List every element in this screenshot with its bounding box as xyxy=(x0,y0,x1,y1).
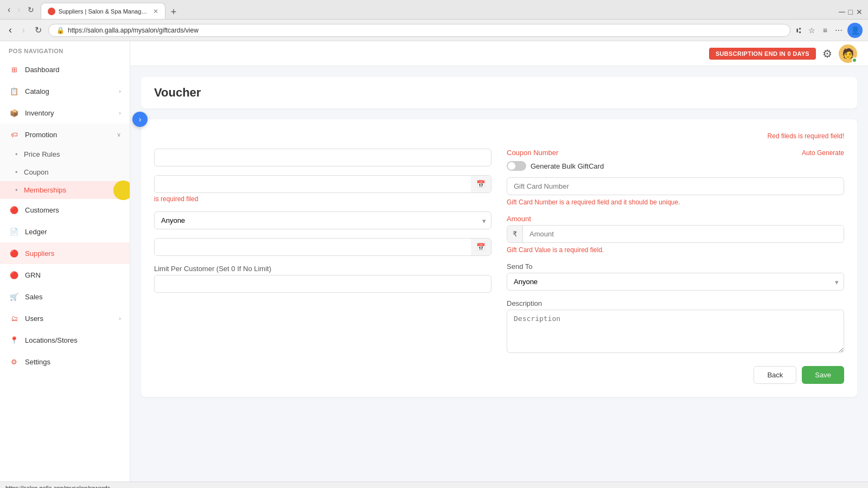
form-actions: Back Save xyxy=(154,366,844,384)
tab-close-icon[interactable]: ✕ xyxy=(153,8,158,15)
auto-generate-link[interactable]: Auto Generate xyxy=(802,149,844,157)
form-group-send-to-left: Anyone ▾ xyxy=(154,211,492,229)
sidebar-expand-btn[interactable]: › xyxy=(132,112,148,127)
amount-input[interactable] xyxy=(523,226,844,242)
url-display[interactable]: https://salon.galla.app/mysalon/giftcard… xyxy=(68,27,782,34)
content-area: Voucher Red fileds is required field! xyxy=(130,66,868,408)
sidebar-item-inventory[interactable]: 📦 Inventory › xyxy=(0,102,130,124)
main-content: SUBSCRIPTION END IN 0 DAYS ⚙ 🧑 Voucher R… xyxy=(130,41,868,481)
amount-error-text: Gift Card Value is a required field. xyxy=(507,246,844,254)
status-url: https://salon.galla.app/mysalon/rewards xyxy=(5,485,110,489)
nav-forward-btn[interactable]: › xyxy=(18,23,28,37)
bulk-gift-label: Generate Bulk GiftCard xyxy=(531,162,604,170)
sidebar-item-settings[interactable]: ⚙ Settings xyxy=(0,351,130,373)
sales-icon: 🛒 xyxy=(9,291,20,302)
minimize-btn[interactable]: ─ xyxy=(839,7,845,17)
send-to-select-left[interactable]: Anyone xyxy=(154,211,492,229)
maximize-btn[interactable]: □ xyxy=(848,8,853,16)
sidebar: POS NAVIGATION ⊞ Dashboard 📋 Catalog › 📦… xyxy=(0,41,130,481)
browser-forward-btn[interactable]: › xyxy=(15,5,22,15)
date-input[interactable] xyxy=(155,176,471,192)
browser-back-btn[interactable]: ‹ xyxy=(5,5,12,15)
sidebar-item-sales[interactable]: 🛒 Sales xyxy=(0,286,130,307)
more-btn[interactable]: ⋯ xyxy=(832,23,845,38)
coupon-label: Coupon xyxy=(24,168,49,176)
date-input-wrapper: 📅 xyxy=(154,175,492,193)
favorites-btn[interactable]: ☆ xyxy=(806,23,818,38)
tab-title: Suppliers | Salon & Spa Manager... xyxy=(59,8,149,15)
inventory-icon: 📦 xyxy=(9,107,20,118)
sidebar-item-locations[interactable]: 📍 Locations/Stores xyxy=(0,329,130,351)
form-group-voucher-name xyxy=(154,149,492,166)
profile-avatar[interactable]: 👤 xyxy=(847,23,863,38)
send-to-group: Send To Anyone ▾ xyxy=(507,262,844,291)
date-picker-btn[interactable]: 📅 xyxy=(471,176,491,192)
new-tab-button[interactable]: + xyxy=(168,7,180,18)
sidebar-item-memberships[interactable]: Memberships xyxy=(0,181,130,199)
expiry-date-wrapper: 📅 xyxy=(154,238,492,256)
expiry-date-input[interactable] xyxy=(155,239,471,255)
browser-tab[interactable]: Suppliers | Salon & Spa Manager... ✕ xyxy=(41,3,165,19)
limit-input[interactable] xyxy=(154,275,492,293)
send-to-select-wrapper: Anyone ▾ xyxy=(154,211,492,229)
sidebar-item-price-rules[interactable]: Price Rules xyxy=(0,145,130,163)
chevron-right-icon: › xyxy=(119,110,121,116)
page-header: Voucher xyxy=(141,77,857,108)
sidebar-item-ledger[interactable]: 📄 Ledger xyxy=(0,221,130,242)
sidebar-item-label: Catalog xyxy=(25,87,49,95)
sidebar-item-label: Users xyxy=(25,314,43,323)
voucher-name-input[interactable] xyxy=(154,149,492,166)
send-to-select[interactable]: Anyone xyxy=(507,273,844,291)
amount-prefix: ₹ xyxy=(507,226,523,242)
sidebar-item-users[interactable]: 🗂 Users › xyxy=(0,307,130,329)
chevron-right-icon: › xyxy=(119,88,121,94)
browser-refresh-btn[interactable]: ↻ xyxy=(25,5,36,14)
catalog-icon: 📋 xyxy=(9,86,20,97)
form-group-expiry: 📅 xyxy=(154,238,492,256)
sidebar-item-label: GRN xyxy=(25,271,41,279)
form-group-limit: Limit Per Customer (Set 0 If No Limit) xyxy=(154,265,492,293)
promotion-icon: 🏷 xyxy=(9,129,20,140)
back-button[interactable]: Back xyxy=(754,366,796,384)
sidebar-item-promotion[interactable]: 🏷 Promotion ∨ xyxy=(0,124,130,145)
nav-back-btn[interactable]: ‹ xyxy=(5,23,15,37)
description-textarea[interactable] xyxy=(507,310,844,353)
settings-nav-icon: ⚙ xyxy=(9,356,20,367)
sidebar-item-grn[interactable]: 🔴 GRN xyxy=(0,264,130,286)
sidebar-item-customers[interactable]: 🔴 Customers xyxy=(0,199,130,221)
settings-button[interactable]: ⚙ xyxy=(822,47,832,60)
sidebar-item-label: Sales xyxy=(25,293,43,301)
sidebar-item-coupon[interactable]: Coupon xyxy=(0,163,130,181)
sidebar-item-label: Suppliers xyxy=(25,249,54,258)
users-icon: 🗂 xyxy=(9,313,20,324)
toggle-switch[interactable] xyxy=(507,161,526,171)
description-group: Description xyxy=(507,299,844,353)
date-error-text: is required filed xyxy=(154,195,492,203)
avatar-emoji: 🧑 xyxy=(842,48,854,60)
highlight-dot xyxy=(113,181,130,200)
gift-card-number-input[interactable] xyxy=(507,177,844,195)
pos-nav-header: POS NAVIGATION xyxy=(0,41,130,59)
required-note: Red fileds is required field! xyxy=(154,132,844,140)
expiry-date-picker-btn[interactable]: 📅 xyxy=(471,239,491,255)
locations-icon: 📍 xyxy=(9,335,20,345)
suppliers-icon: 🔴 xyxy=(9,248,20,259)
dashboard-icon: ⊞ xyxy=(9,64,20,75)
limit-label: Limit Per Customer (Set 0 If No Limit) xyxy=(154,265,492,273)
avatar[interactable]: 🧑 xyxy=(839,44,857,63)
close-btn[interactable]: ✕ xyxy=(856,8,863,16)
reading-view-btn[interactable]: ≡ xyxy=(820,23,830,38)
sidebar-item-label: Customers xyxy=(25,206,59,214)
sidebar-item-suppliers[interactable]: 🔴 Suppliers xyxy=(0,242,130,264)
chevron-right-icon: › xyxy=(119,315,121,322)
sidebar-item-catalog[interactable]: 📋 Catalog › xyxy=(0,80,130,102)
sidebar-item-label: Settings xyxy=(25,358,50,366)
save-button[interactable]: Save xyxy=(802,366,844,384)
extensions-btn[interactable]: ⑆ xyxy=(794,23,803,38)
coupon-number-group: Coupon Number Auto Generate Generate Bul… xyxy=(507,149,844,206)
sidebar-item-dashboard[interactable]: ⊞ Dashboard xyxy=(0,59,130,80)
form-left: 📅 is required filed Anyone ▾ xyxy=(154,149,492,353)
nav-refresh-btn[interactable]: ↻ xyxy=(31,24,45,36)
sidebar-item-label: Locations/Stores xyxy=(25,336,78,344)
status-bar: https://salon.galla.app/mysalon/rewards xyxy=(0,481,868,488)
